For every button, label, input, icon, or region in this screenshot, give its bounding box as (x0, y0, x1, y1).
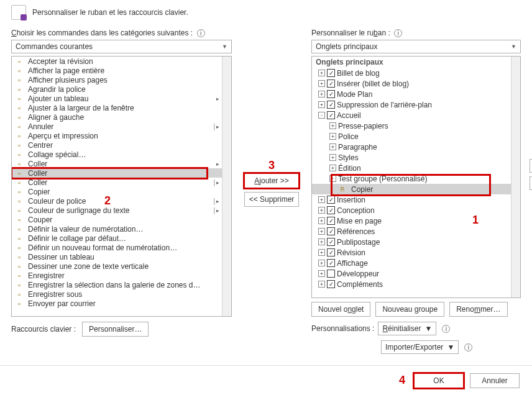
expand-icon[interactable]: + (329, 133, 336, 140)
command-item[interactable]: ▫Accepter la révision (12, 57, 222, 66)
add-button[interactable]: Ajouter >> (244, 173, 299, 188)
expand-icon[interactable]: + (329, 154, 336, 161)
tree-node[interactable]: +Styles (312, 152, 511, 163)
expand-icon[interactable]: + (318, 207, 325, 214)
new-group-button[interactable]: Nouveau groupe (375, 302, 444, 317)
info-icon[interactable]: i (464, 343, 472, 352)
expand-icon[interactable]: + (318, 281, 325, 288)
tree-node[interactable]: +✓Publipostage (312, 237, 511, 247)
checkbox[interactable]: ✓ (327, 69, 335, 77)
remove-button[interactable]: << Supprimer (244, 192, 299, 207)
import-export-combo[interactable]: Importer/Exporter▼ (381, 340, 459, 354)
command-item[interactable]: ▫Collage spécial… (12, 150, 222, 159)
ribbon-tree[interactable]: Onglets principaux +✓Billet de blog+✓Ins… (311, 56, 521, 298)
tree-node[interactable]: +✓Conception (312, 205, 511, 216)
customize-kb-button[interactable]: Personnaliser… (82, 322, 149, 337)
command-item[interactable]: ▫Ajuster à la largeur de la fenêtre (12, 103, 222, 112)
command-item[interactable]: ▫Envoyer par courrier (12, 299, 222, 308)
checkbox[interactable]: ✓ (327, 248, 335, 257)
expand-icon[interactable]: + (318, 101, 325, 108)
command-item[interactable]: ▫Enregistrer sous (12, 289, 222, 299)
command-item[interactable]: ▫Coller│▸ (12, 178, 222, 187)
checkbox[interactable]: ✓ (327, 259, 335, 267)
command-item[interactable]: ▫Annuler│▸ (12, 122, 222, 131)
ok-button[interactable]: OK (414, 373, 464, 388)
tree-node[interactable]: +✓Révision (312, 247, 511, 258)
expand-icon[interactable]: + (329, 143, 336, 150)
command-item[interactable]: ▫Dessiner une zone de texte verticale (12, 261, 222, 271)
tree-node[interactable]: +Paragraphe (312, 142, 511, 152)
expand-icon[interactable]: + (318, 70, 325, 76)
command-item[interactable]: ▫Agrandir la police (12, 84, 222, 94)
expand-icon[interactable]: + (318, 238, 325, 245)
expand-icon[interactable]: + (318, 217, 325, 224)
expand-icon[interactable]: + (318, 270, 325, 277)
scrollbar[interactable] (222, 57, 231, 316)
checkbox[interactable]: ✓ (327, 79, 335, 88)
checkbox[interactable]: ✓ (327, 206, 335, 214)
command-item[interactable]: ▫Afficher la page entière (12, 66, 222, 75)
checkbox[interactable] (327, 270, 335, 278)
expand-icon[interactable]: + (329, 165, 336, 171)
command-item[interactable]: ▫Couleur de surlignage du texte│▸ (12, 206, 222, 215)
expand-icon[interactable]: + (318, 80, 325, 87)
command-item[interactable]: ▫Définir le collage par défaut… (12, 234, 222, 243)
command-item[interactable]: ▫Copier (12, 187, 222, 196)
new-tab-button[interactable]: Nouvel onglet (311, 302, 370, 317)
cancel-button[interactable]: Annuler (470, 373, 520, 388)
expand-icon[interactable]: + (318, 196, 325, 203)
tree-node[interactable]: +✓Insertion (312, 194, 511, 205)
tree-node[interactable]: +Presse-papiers (312, 120, 511, 131)
expand-icon[interactable]: + (318, 249, 325, 256)
info-icon[interactable]: i (442, 325, 450, 333)
tree-node[interactable]: +✓Mise en page (312, 216, 511, 226)
checkbox[interactable]: ✓ (327, 238, 335, 246)
tree-node[interactable]: +✓Compléments (312, 279, 511, 289)
move-up-button[interactable]: ▲ (530, 159, 532, 173)
tree-node[interactable]: +Édition (312, 163, 511, 173)
command-item[interactable]: ▫Coller▸ (12, 159, 222, 168)
commands-listbox[interactable]: ▫Accepter la révision▫Afficher la page e… (11, 56, 232, 317)
tree-node[interactable]: +✓Suppression de l'arrière-plan (312, 99, 511, 110)
ribbon-scope-combo[interactable]: Onglets principaux ▼ (311, 40, 521, 53)
command-item[interactable]: ▫Enregistrer la sélection dans la galeri… (12, 280, 222, 289)
tree-node[interactable]: -✓Accueil (312, 110, 511, 120)
checkbox[interactable]: ✓ (327, 280, 335, 288)
command-item[interactable]: ▫Coller (12, 168, 222, 178)
expand-icon[interactable]: + (318, 228, 325, 235)
tree-node[interactable]: +✓Billet de blog (312, 68, 511, 78)
checkbox[interactable]: ✓ (327, 111, 335, 119)
command-item[interactable]: ▫Afficher plusieurs pages (12, 75, 222, 84)
command-item[interactable]: ▫Centrer (12, 140, 222, 150)
checkbox[interactable]: ✓ (327, 227, 335, 235)
command-item[interactable]: ▫Aligner à gauche (12, 112, 222, 122)
command-item[interactable]: ▫Définir la valeur de numérotation… (12, 224, 222, 234)
checkbox[interactable]: ✓ (327, 196, 335, 204)
tree-node[interactable]: +Développeur (312, 268, 511, 279)
checkbox[interactable]: ✓ (327, 90, 335, 98)
command-item[interactable]: ▫Couper (12, 215, 222, 224)
expand-icon[interactable]: + (318, 260, 325, 266)
rename-button[interactable]: Renommer… (449, 302, 507, 317)
info-icon[interactable]: i (394, 29, 402, 37)
collapse-icon[interactable]: - (318, 112, 325, 119)
tree-node[interactable]: +✓Affichage (312, 258, 511, 268)
commands-category-combo[interactable]: Commandes courantes ▼ (11, 40, 232, 53)
tree-node[interactable]: +✓Mode Plan (312, 89, 511, 99)
scrollbar[interactable] (511, 57, 520, 297)
command-item[interactable]: ▫Aperçu et impression (12, 131, 222, 140)
expand-icon[interactable]: + (329, 122, 336, 129)
info-icon[interactable]: i (197, 29, 205, 37)
reset-combo[interactable]: Réinitialiser▼ (378, 322, 436, 335)
checkbox[interactable]: ✓ (327, 217, 335, 225)
command-item[interactable]: ▫Enregistrer (12, 271, 222, 280)
command-item[interactable]: ▫Définir un nouveau format de numérotati… (12, 243, 222, 252)
command-item[interactable]: ▫Ajouter un tableau▸ (12, 94, 222, 103)
move-down-button[interactable]: ▼ (530, 176, 532, 190)
tree-node[interactable]: +Police (312, 131, 511, 142)
tree-node[interactable]: +✓Références (312, 226, 511, 237)
expand-icon[interactable]: + (318, 91, 325, 98)
tree-node[interactable]: ⎘Copier (312, 184, 511, 194)
tree-node[interactable]: -Test groupe (Personnalisé) (312, 173, 511, 184)
command-item[interactable]: ▫Dessiner un tableau (12, 252, 222, 261)
